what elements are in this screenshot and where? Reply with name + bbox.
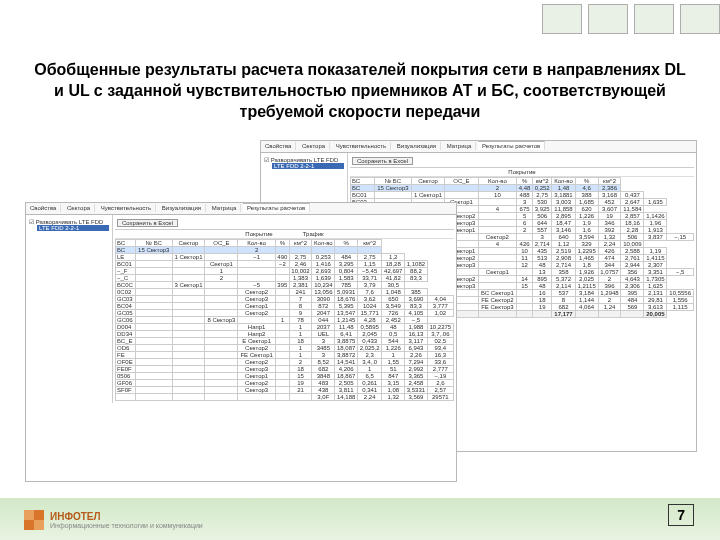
table-row[interactable]: 0506Сектор115384818,8676,58473,365−,19 [116,373,454,380]
col-header: Кол-во [312,240,335,247]
table-row[interactable]: GC05Сектор29204713,54715,7717264,1051,02 [116,310,454,317]
tree-child[interactable]: LTE FDD 2-2-1 [37,225,109,231]
header-thumbnails [470,0,720,50]
tree-root[interactable]: ☑ Разворачивать LTE FDD [264,156,344,163]
table-row[interactable]: БС0C3 Сектор1−53952,38110,2347853,7930,5 [116,282,454,289]
col-header: км^2 [357,240,381,247]
table-row[interactable]: D004Напр11203711,480,5895481,98810,2275 [116,324,454,331]
save-excel-button[interactable]: Сохранить в Excel [352,157,413,165]
tab[interactable]: Свойства [261,142,296,150]
group-header: Покрытие [350,168,694,177]
tab[interactable]: Свойства [26,204,61,212]
page-number: 7 [668,504,694,526]
col-header: % [575,178,598,185]
col-header: км^2 [532,178,551,185]
table-row[interactable]: GC03Сектор37309018,6763,626503,6904,04 [116,296,454,303]
table-row[interactable]: OF0EСектор228,5214,5413,4,.01,557,29433,… [116,359,454,366]
tab[interactable]: Чувствительность [332,142,391,150]
tree-root[interactable]: ☑ Разворачивать LTE FDD [29,218,109,225]
window-tabs[interactable]: Свойства Сектора Чувствительность Визуал… [261,141,696,153]
col-header: Сектор [411,178,444,185]
tree-panel[interactable]: ☑ Разворачивать LTE FDD LTE FDD 2-2-1 [26,215,113,403]
brand-name: ИНФОТЕЛ [50,511,203,522]
tab[interactable]: Матрица [443,142,476,150]
brand-tagline: Информационные технологии и коммуникации [50,522,203,529]
table-row[interactable]: LE1 Сектор1−14902,750,2534842,751,2 [116,254,454,261]
col-header: ОС_Е [205,240,238,247]
col-header: % [517,178,533,185]
col-header: ОС_Е [445,178,478,185]
save-excel-button[interactable]: Сохранить в Excel [117,219,178,227]
tab[interactable]: Сектора [298,142,330,150]
results-window-front: Свойства Сектора Чувствительность Визуал… [25,202,457,482]
company-logo-icon [24,510,44,530]
col-header: Кол-во [478,178,517,185]
table-row[interactable]: 3,0F14,1882,241,323,56929571 [116,394,454,401]
tab[interactable]: Визуализация [393,142,441,150]
table-row[interactable]: БС15 Сектор324,480,2521,484,62,386 [351,185,694,192]
group-header: Покрытие Трафик [115,230,454,239]
tab[interactable]: Матрица [208,204,241,212]
col-header: Кол-во [552,178,575,185]
table-row[interactable]: GF06Сектор2194832,5050,2613,152,4582,6 [116,380,454,387]
col-header: БС [116,240,136,247]
tab[interactable]: Чувствительность [97,204,156,212]
table-row[interactable]: GC068 Сектор31780441,21454,282,452−,5 [116,317,454,324]
col-header: № БС [136,240,172,247]
col-header: БС [351,178,375,185]
col-header: км^2 [289,240,312,247]
table-row[interactable]: FE0FСектор3186824,2061512,9922,777 [116,366,454,373]
tab[interactable]: Сектора [63,204,95,212]
table-row[interactable]: ОD6Сектор21348518,0872,025,21,2266,94393… [116,345,454,352]
tab[interactable]: Визуализация [158,204,206,212]
table-row[interactable]: БС04Сектор188725,39510243,54983,33,777 [116,303,454,310]
table-row[interactable]: SF0FСектор3214383,8110,3411,083,53312,57 [116,387,454,394]
col-header: % [275,240,289,247]
table-row[interactable]: БС_ЕЕ Сектор11833,88750,4335443,11702,5 [116,338,454,345]
col-header: % [335,240,358,247]
table-row[interactable]: −_C21,3831,6391,58333,7141,8283,3 [116,275,454,282]
table-row[interactable]: 0C02Сектор224113,0565,09317,61,048385 [116,289,454,296]
col-header: Кол-во [238,240,276,247]
tree-child[interactable]: LTE FDD 2-2-1 [272,163,344,169]
window-tabs[interactable]: Свойства Сектора Чувствительность Визуал… [26,203,456,215]
table-row[interactable]: БС01Сектор1−22,461,4163,2951,1518,281,10… [116,261,454,268]
table-row[interactable]: FEFE Сектор1133,88722,312,2616,3 [116,352,454,359]
tab-active[interactable]: Результаты расчетов [478,141,545,150]
table-row[interactable]: DD34Напр21UEL6,412,0450,516,133,7,.06 [116,331,454,338]
col-header: Сектор [172,240,205,247]
col-header: км^2 [598,178,621,185]
table-row[interactable]: −_F110,0022,6930,804−5,4542,69788,2 [116,268,454,275]
results-table-front[interactable]: БС№ БССекторОС_ЕКол-во%км^2Кол-во%км^2БС… [115,239,454,401]
col-header: № БС [374,178,411,185]
table-row[interactable]: БС15 Сектор32 [116,247,454,254]
table-row[interactable]: БС011 Сектор1104882,753,18813883,1680,43… [351,192,694,199]
footer: ИНФОТЕЛ Информационные технологии и комм… [24,510,203,530]
tab-active[interactable]: Результаты расчетов [243,203,310,212]
slide-title: Обобщенные результаты расчета показателе… [30,60,690,122]
